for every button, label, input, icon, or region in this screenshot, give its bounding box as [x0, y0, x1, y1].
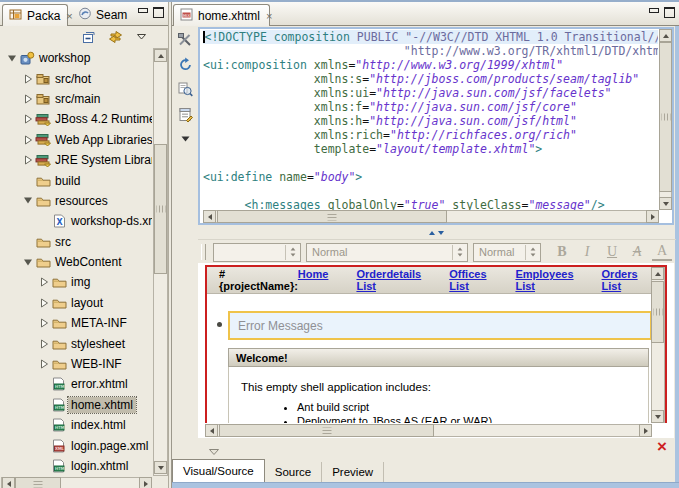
code-line[interactable]: xmlns:f="http://java.sun.com/jsf/core": [203, 100, 658, 114]
expand-arrow-icon[interactable]: [38, 318, 50, 328]
code-line[interactable]: [203, 156, 658, 170]
expand-arrow-icon[interactable]: [22, 155, 34, 165]
close-icon[interactable]: ×: [266, 10, 272, 22]
tree-item-web-inf[interactable]: WEB-INF: [1, 354, 152, 374]
code-line[interactable]: xmlns:rich="http://richfaces.org/rich": [203, 128, 658, 142]
sash-down-icon[interactable]: [438, 231, 444, 235]
tab-package-explorer[interactable]: Packa ×: [2, 4, 68, 26]
source-vertical-scrollbar[interactable]: [659, 29, 672, 210]
scrollbar-thumb[interactable]: [651, 281, 664, 343]
code-line[interactable]: [203, 184, 658, 198]
tree-item-layout[interactable]: layout: [1, 293, 152, 313]
expand-arrow-icon[interactable]: [38, 277, 50, 287]
source-editor[interactable]: <!DOCTYPE composition PUBLIC "-//W3C//DT…: [198, 27, 674, 225]
code-line[interactable]: xmlns:ui="http://java.sun.com/jsf/facele…: [203, 86, 658, 100]
selection-bar-chevron-icon[interactable]: [208, 445, 220, 459]
tree-item-src-main[interactable]: src/main: [1, 89, 152, 109]
nav-link-offices-list[interactable]: Offices List: [449, 268, 487, 292]
error-messages-box[interactable]: Error Messages: [228, 311, 652, 340]
tree-item-img[interactable]: img: [1, 272, 152, 292]
expand-arrow-icon[interactable]: [22, 74, 34, 84]
sash-up-icon[interactable]: [429, 231, 435, 235]
code-line[interactable]: xmlns:h="http://java.sun.com/jsf/html": [203, 114, 658, 128]
scroll-down-icon[interactable]: [651, 410, 664, 423]
minimize-icon[interactable]: [137, 7, 149, 18]
tree-item-meta-inf[interactable]: META-INF: [1, 313, 152, 333]
code-line[interactable]: "http://www.w3.org/TR/xhtml1/DTD/xhtml1-…: [203, 44, 658, 58]
editor-mode-tab-source[interactable]: Source: [265, 462, 322, 482]
source-horizontal-scrollbar[interactable]: [203, 210, 659, 223]
source-search-icon[interactable]: [176, 80, 195, 98]
scroll-left-icon[interactable]: [205, 424, 218, 437]
scroll-right-icon[interactable]: [639, 424, 652, 437]
scrollbar-thumb[interactable]: [15, 477, 61, 488]
minimize-icon[interactable]: [648, 7, 660, 18]
tree-item-src-hot[interactable]: src/hot: [1, 68, 152, 88]
tree-item-build[interactable]: build: [1, 170, 152, 190]
code-line[interactable]: <h:messages globalOnly="true" styleClass…: [203, 198, 658, 210]
tree-item-jboss-4-2-runtime-jb[interactable]: JBoss 4.2 Runtime [JB: [1, 109, 152, 129]
code-line[interactable]: xmlns:s="http://jboss.com/products/seam/…: [203, 72, 658, 86]
tree-item-login-page-xml[interactable]: XMLlogin.page.xml: [1, 435, 152, 455]
tree-horizontal-scrollbar[interactable]: [1, 477, 152, 488]
collapse-arrow-icon[interactable]: [22, 258, 34, 267]
dropdown-icon[interactable]: [176, 130, 195, 148]
link-with-editor-icon[interactable]: [106, 29, 124, 46]
tree-item-src[interactable]: src: [1, 232, 152, 252]
tab-home-xhtml[interactable]: MIX home.xhtml ×: [173, 4, 270, 26]
editor-mode-tab-visual-source[interactable]: Visual/Source: [172, 459, 265, 482]
refresh-icon[interactable]: [176, 55, 195, 73]
maximize-icon[interactable]: [664, 7, 676, 18]
tree-item-web-app-libraries[interactable]: Web App Libraries: [1, 130, 152, 150]
scrollbar-thumb[interactable]: [217, 210, 447, 223]
nav-link-employees-list[interactable]: Employees List: [515, 268, 573, 292]
error-close-icon[interactable]: ×: [657, 438, 667, 455]
tree-item-workshop[interactable]: workshop: [1, 48, 152, 68]
code-line[interactable]: <ui:define name="body">: [203, 170, 658, 184]
tree-item-resources[interactable]: resources: [1, 191, 152, 211]
collapse-arrow-icon[interactable]: [22, 196, 34, 205]
scroll-up-icon[interactable]: [154, 49, 167, 62]
scroll-right-icon[interactable]: [139, 477, 152, 488]
expand-arrow-icon[interactable]: [38, 359, 50, 369]
tree-item-webcontent[interactable]: WebContent: [1, 252, 152, 272]
scrollbar-thumb[interactable]: [154, 144, 167, 274]
scrollbar-thumb[interactable]: [659, 42, 672, 192]
expand-arrow-icon[interactable]: [22, 135, 34, 145]
expand-arrow-icon[interactable]: [38, 339, 50, 349]
tree-item-workshop-ds-xml[interactable]: Xworkshop-ds.xml: [1, 211, 152, 231]
scroll-left-icon[interactable]: [203, 210, 216, 223]
nav-link-home[interactable]: Home: [298, 268, 329, 292]
tree-item-login-xhtml[interactable]: HTMlogin.xhtml: [1, 456, 152, 476]
expand-arrow-icon[interactable]: [22, 94, 34, 104]
code-line[interactable]: <!DOCTYPE composition PUBLIC "-//W3C//DT…: [203, 30, 658, 44]
scroll-left-icon[interactable]: [2, 477, 15, 488]
nav-link-orders-list[interactable]: Orders List: [602, 268, 639, 292]
scroll-down-icon[interactable]: [659, 197, 672, 210]
preferences-icon[interactable]: [176, 30, 195, 48]
scrollbar-thumb[interactable]: [219, 424, 434, 437]
preview-vertical-scrollbar[interactable]: [651, 267, 665, 423]
preview-horizontal-scrollbar[interactable]: [205, 424, 652, 437]
scroll-up-icon[interactable]: [659, 29, 672, 42]
tree-vertical-scrollbar[interactable]: [153, 48, 168, 476]
code-line[interactable]: template="layout/template.xhtml">: [203, 142, 658, 156]
tree-item-jre-system-library-j[interactable]: JRE System Library [j: [1, 150, 152, 170]
view-menu-icon[interactable]: [132, 29, 150, 46]
code-area[interactable]: <!DOCTYPE composition PUBLIC "-//W3C//DT…: [200, 29, 658, 210]
expand-arrow-icon[interactable]: [22, 114, 34, 124]
tree-item-error-xhtml[interactable]: HTMerror.xhtml: [1, 374, 152, 394]
scroll-up-icon[interactable]: [651, 267, 664, 280]
collapse-arrow-icon[interactable]: [6, 54, 18, 63]
form-edit-icon[interactable]: [176, 105, 195, 123]
scroll-right-icon[interactable]: [646, 210, 659, 223]
nav-link-orderdetails-list[interactable]: Orderdetails List: [356, 268, 421, 292]
vpe-document-selection[interactable]: #{projectName}: HomeOrderdetails ListOff…: [205, 265, 667, 423]
scroll-down-icon[interactable]: [154, 461, 167, 474]
tree-item-home-xhtml[interactable]: HTMhome.xhtml: [1, 395, 152, 415]
collapse-all-icon[interactable]: [80, 29, 98, 46]
expand-arrow-icon[interactable]: [38, 298, 50, 308]
maximize-icon[interactable]: [153, 7, 165, 18]
tree-item-stylesheet[interactable]: stylesheet: [1, 333, 152, 353]
toolbar-grip[interactable]: [201, 244, 206, 260]
